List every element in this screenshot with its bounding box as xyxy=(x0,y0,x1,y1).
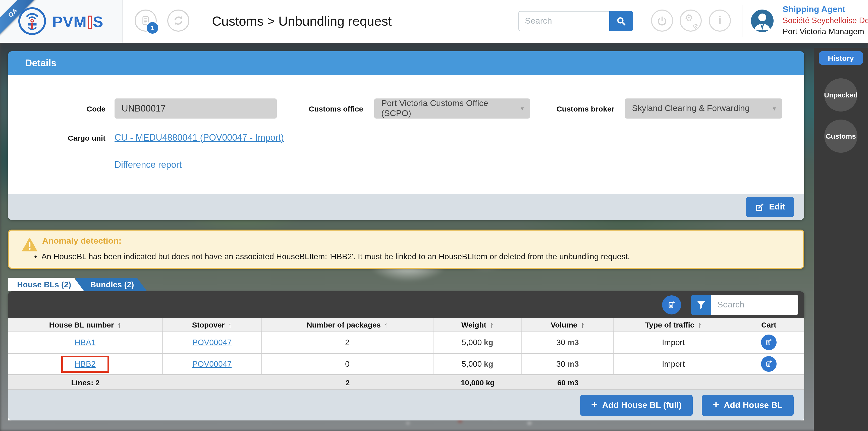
sort-asc-icon: ↑ xyxy=(117,320,121,329)
details-footer: Edit xyxy=(8,194,804,220)
weight-cell: 5,000kg xyxy=(434,353,522,374)
anomaly-item: • An HouseBL has been indicated but does… xyxy=(34,252,630,261)
details-panel: Details Code Customs office Port Victori… xyxy=(8,51,804,220)
header-divider xyxy=(742,5,742,37)
table-row: HBB2 POV00047 0 5,000kg 30m3 Import xyxy=(8,353,804,375)
document-plus-icon xyxy=(666,300,677,310)
volume-total: 60m3 xyxy=(522,375,614,389)
info-button[interactable]: i xyxy=(709,9,731,32)
add-house-bl-button[interactable]: + Add House BL xyxy=(702,395,794,416)
user-role: Shipping Agent xyxy=(783,4,868,15)
stopover-link[interactable]: POV00047 xyxy=(192,338,232,347)
refresh-icon xyxy=(172,14,184,27)
plus-icon: + xyxy=(713,399,719,410)
power-icon xyxy=(656,15,668,26)
weight-cell: 5,000kg xyxy=(434,332,522,352)
stopover-link[interactable]: POV00047 xyxy=(192,360,232,368)
global-search-input[interactable] xyxy=(518,11,609,31)
cargo-unit-link[interactable]: CU - MEDU4880041 (POV00047 - Import) xyxy=(115,133,284,143)
customs-office-value: Port Victoria Customs Office (SCPO) xyxy=(381,98,515,119)
col-weight[interactable]: Weight↑ xyxy=(434,318,522,332)
packages-cell: 0 xyxy=(262,353,434,374)
global-search xyxy=(518,11,633,31)
house-bls-block: House BLs (2) Bundles (2) xyxy=(8,278,804,421)
traffic-cell: Import xyxy=(614,353,733,374)
col-stopover[interactable]: Stopover↑ xyxy=(163,318,262,332)
filter-button[interactable] xyxy=(691,295,711,315)
col-volume[interactable]: Volume↑ xyxy=(522,318,614,332)
document-plus-icon xyxy=(765,360,773,368)
code-input[interactable] xyxy=(115,98,277,119)
sort-asc-icon: ↑ xyxy=(228,320,232,329)
history-button[interactable]: History xyxy=(819,51,863,65)
customs-office-label: Customs office xyxy=(277,104,363,113)
table-row: HBA1 POV00047 2 5,000kg 30m3 Import xyxy=(8,332,804,353)
right-rail: History Unpacked Customs xyxy=(814,48,868,431)
logout-button[interactable] xyxy=(651,9,673,32)
add-all-to-cart-button[interactable] xyxy=(662,295,681,314)
table-header-row: House BL number↑ Stopover↑ Number of pac… xyxy=(8,318,804,332)
user-avatar[interactable] xyxy=(750,9,774,33)
chevron-down-icon: ▼ xyxy=(772,105,777,112)
brand-name: PVMS xyxy=(52,13,103,31)
sort-asc-icon: ↑ xyxy=(490,320,494,329)
volume-cell: 30m3 xyxy=(522,332,614,352)
brand-red-i xyxy=(88,16,92,29)
app-viewport: QA PVMS 1 xyxy=(0,0,868,431)
edit-button[interactable]: Edit xyxy=(746,197,794,217)
house-bl-link[interactable]: HBB2 xyxy=(74,360,96,368)
packages-cell: 2 xyxy=(262,332,434,352)
weight-total: 10,000kg xyxy=(434,375,522,389)
col-cart: Cart xyxy=(733,318,804,332)
col-number-of-packages[interactable]: Number of packages↑ xyxy=(262,318,434,332)
info-icon: i xyxy=(718,14,721,27)
cargo-unit-label: Cargo unit xyxy=(8,134,115,142)
user-company: Société Seychelloise De xyxy=(783,15,868,26)
document-plus-icon xyxy=(765,338,773,347)
gears-icon: ⚙⚙ xyxy=(684,14,697,27)
lines-total: Lines: 2 xyxy=(8,375,163,389)
chevron-down-icon: ▼ xyxy=(519,105,525,112)
packages-total: 2 xyxy=(262,375,434,389)
customs-broker-select[interactable]: Skyland Clearing & Forwarding ▼ xyxy=(625,98,782,119)
add-house-bl-full-button[interactable]: + Add House BL (full) xyxy=(580,395,693,416)
tab-bundles[interactable]: Bundles (2) xyxy=(76,278,147,291)
tab-house-bls[interactable]: House BLs (2) xyxy=(8,278,84,291)
user-info: Shipping Agent Société Seychelloise De P… xyxy=(783,4,868,37)
cart-add-button[interactable] xyxy=(761,356,777,372)
tab-bar: House BLs (2) Bundles (2) xyxy=(8,278,804,291)
logo-section: QA PVMS xyxy=(0,0,123,43)
customs-office-select[interactable]: Port Victoria Customs Office (SCPO) ▼ xyxy=(374,98,530,119)
refresh-button[interactable] xyxy=(167,9,189,32)
status-circle-unpacked[interactable]: Unpacked xyxy=(824,79,858,112)
volume-cell: 30m3 xyxy=(522,353,614,374)
sort-asc-icon: ↑ xyxy=(581,320,585,329)
main-stage: Details Code Customs office Port Victori… xyxy=(0,43,868,431)
global-search-button[interactable] xyxy=(609,11,633,31)
table-footer-row: Lines: 2 2 10,000kg 60m3 xyxy=(8,375,804,390)
table-toolbar xyxy=(8,291,804,318)
details-panel-header: Details xyxy=(8,51,804,75)
filter-icon xyxy=(696,300,706,310)
customs-broker-label: Customs broker xyxy=(530,104,614,113)
page-title: Customs > Unbundling request xyxy=(212,0,392,43)
notifications-button[interactable]: 1 xyxy=(135,9,157,32)
status-circle-customs[interactable]: Customs xyxy=(824,120,858,153)
sort-asc-icon: ↑ xyxy=(698,320,702,329)
search-icon xyxy=(616,16,626,26)
warning-icon xyxy=(22,238,37,252)
difference-report-link[interactable]: Difference report xyxy=(115,160,182,170)
house-bl-link[interactable]: HBA1 xyxy=(74,338,96,347)
user-organization: Port Victoria Managem xyxy=(783,26,868,37)
settings-button[interactable]: ⚙⚙ xyxy=(680,9,702,32)
table-search-input[interactable] xyxy=(711,295,798,315)
col-type-of-traffic[interactable]: Type of traffic↑ xyxy=(614,318,733,332)
table-actions-footer: + Add House BL (full) + Add House BL xyxy=(8,390,804,421)
table-filter-search xyxy=(691,295,798,315)
customs-broker-value: Skyland Clearing & Forwarding xyxy=(632,103,750,114)
sort-asc-icon: ↑ xyxy=(384,320,388,329)
edit-icon xyxy=(755,202,765,212)
cart-add-button[interactable] xyxy=(761,335,777,350)
house-bls-table: House BL number↑ Stopover↑ Number of pac… xyxy=(8,318,804,421)
col-house-bl-number[interactable]: House BL number↑ xyxy=(8,318,163,332)
